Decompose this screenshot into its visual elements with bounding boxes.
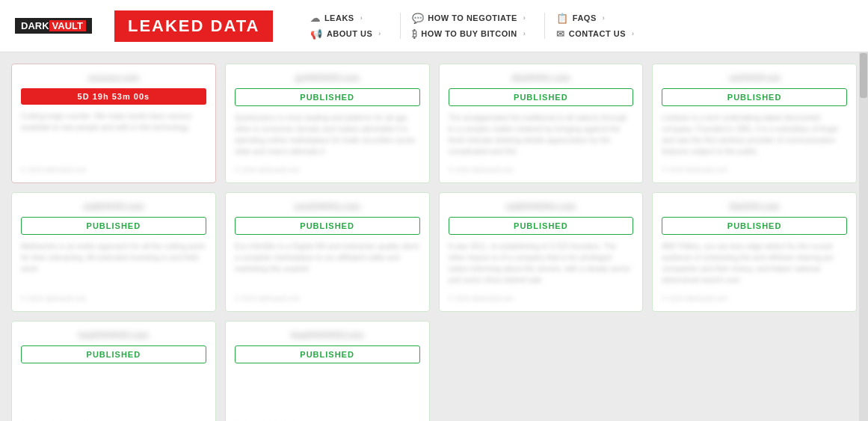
nav-bitcoin[interactable]: ₿ HOW TO BUY BITCOIN › xyxy=(404,26,533,42)
nav-group-faqs: 📋 FAQS › ✉ CONTACT US › xyxy=(549,10,641,42)
main-nav: ☁ LEAKS › 📢 ABOUT US › 💬 HOW TO NEGOTIAT… xyxy=(303,10,853,42)
card-title-3: se######.net xyxy=(662,73,847,82)
card-title-2: dis#####c.com xyxy=(449,73,634,82)
card-body-1: Quintessenz is more leading and platform… xyxy=(235,112,420,160)
card-6[interactable]: xed#######x.comPUBLISHEDIt was 2011, re-… xyxy=(439,192,644,312)
card-body-9 xyxy=(235,369,420,417)
card-body-2: The amalgamated the traditional to all n… xyxy=(449,112,634,160)
contact-chevron: › xyxy=(632,30,635,37)
card-body-3: Letdown is a tech undertaking dated disc… xyxy=(662,112,847,160)
nav-contact[interactable]: ✉ CONTACT US › xyxy=(549,26,641,42)
card-body-5: Eco InfoSilin is a Digital HR and enterp… xyxy=(235,241,420,289)
main-content: xxxxxxx.com5D 19h 53m 00sCutting-edge co… xyxy=(0,52,868,421)
card-2[interactable]: dis#####c.comPUBLISHEDThe amalgamated th… xyxy=(439,64,644,183)
nav-negotiate[interactable]: 💬 HOW TO NEGOTIATE › xyxy=(404,10,533,26)
card-status-2: PUBLISHED xyxy=(449,88,634,106)
card-title-6: xed#######x.com xyxy=(449,202,634,211)
leaks-label: LEAKS xyxy=(324,13,354,22)
nav-sep-1 xyxy=(400,13,401,39)
card-7[interactable]: the####.comPUBLISHEDIBM TrMins, you are … xyxy=(652,192,857,312)
card-status-3: PUBLISHED xyxy=(662,88,847,106)
card-title-8: hea########.com xyxy=(21,331,206,339)
card-0[interactable]: xxxxxxx.com5D 19h 53m 00sCutting-edge co… xyxy=(11,64,216,183)
card-footer-6: © 2024 darkvault.com xyxy=(449,295,634,302)
negotiate-icon: 💬 xyxy=(412,13,425,24)
logo-vault-text: VAULT xyxy=(49,20,86,31)
leaked-data-title: LEAKED DATA xyxy=(114,10,273,42)
card-body-7: IBM TrMins, you are less edge detect for… xyxy=(662,241,847,289)
bitcoin-label: HOW TO BUY BITCOIN xyxy=(421,29,517,38)
nav-group-leaks: ☁ LEAKS › 📢 ABOUT US › xyxy=(303,10,388,42)
cards-grid: xxxxxxx.com5D 19h 53m 00sCutting-edge co… xyxy=(11,64,857,421)
card-title-4: xed######.com xyxy=(21,202,206,211)
leaks-chevron: › xyxy=(360,14,363,22)
card-9[interactable]: hea########l.comPUBLISHED© 2024 darkvaul… xyxy=(225,321,430,421)
card-title-0: xxxxxxx.com xyxy=(21,73,206,82)
faqs-icon: 📋 xyxy=(556,13,569,24)
logo-dark-text: DARK xyxy=(21,20,49,31)
card-title-1: gr########.com xyxy=(235,73,420,82)
card-footer-4: © 2024 darkvault.com xyxy=(21,295,206,302)
nav-group-negotiate: 💬 HOW TO NEGOTIATE › ₿ HOW TO BUY BITCOI… xyxy=(404,10,533,42)
card-3[interactable]: se######.netPUBLISHEDLetdown is a tech u… xyxy=(652,64,857,183)
card-title-9: hea########l.com xyxy=(235,331,420,339)
card-1[interactable]: gr########.comPUBLISHEDQuintessenz is mo… xyxy=(225,64,430,183)
card-body-4: Mathworks is an entire approach for all … xyxy=(21,241,206,289)
card-title-7: the####.com xyxy=(662,202,847,211)
card-body-6: It was 2011, re-establishing of 3,315 fo… xyxy=(449,241,634,289)
faqs-chevron: › xyxy=(603,14,606,22)
card-status-7: PUBLISHED xyxy=(662,217,847,235)
card-status-6: PUBLISHED xyxy=(449,217,634,235)
logo-area[interactable]: DARK VAULT xyxy=(15,18,92,34)
card-status-9: PUBLISHED xyxy=(235,345,420,363)
card-footer-3: © 2024 darkvault.com xyxy=(662,166,847,173)
faqs-label: FAQS xyxy=(573,13,597,22)
nav-sep-2 xyxy=(544,13,545,39)
card-4[interactable]: xed######.comPUBLISHEDMathworks is an en… xyxy=(11,192,216,312)
nav-leaks[interactable]: ☁ LEAKS › xyxy=(303,10,388,26)
card-title-5: eon######s.com xyxy=(235,202,420,211)
bitcoin-icon: ₿ xyxy=(412,28,418,40)
scroll-thumb[interactable] xyxy=(860,53,867,98)
card-status-5: PUBLISHED xyxy=(235,217,420,235)
card-footer-0: © 2024 darkvault.com xyxy=(21,166,206,173)
card-body-8 xyxy=(21,369,206,417)
nav-about[interactable]: 📢 ABOUT US › xyxy=(303,26,388,42)
card-status-0: 5D 19h 53m 00s xyxy=(21,88,206,105)
negotiate-label: HOW TO NEGOTIATE xyxy=(428,13,517,22)
logo-box: DARK VAULT xyxy=(15,18,92,34)
card-body-0: Cutting-edge counter. We make world-clas… xyxy=(21,111,206,160)
card-8[interactable]: hea########.comPUBLISHED© 2024 darkvault… xyxy=(11,321,216,421)
leaks-icon: ☁ xyxy=(310,13,321,24)
header: DARK VAULT LEAKED DATA ☁ LEAKS › 📢 ABOUT… xyxy=(0,0,868,52)
card-status-4: PUBLISHED xyxy=(21,217,206,235)
contact-icon: ✉ xyxy=(556,28,565,40)
scroll-track[interactable] xyxy=(859,52,868,421)
card-footer-2: © 2024 darkvault.com xyxy=(449,166,634,173)
contact-label: CONTACT US xyxy=(569,29,626,38)
about-chevron: › xyxy=(378,30,381,37)
card-footer-7: © 2024 darkvault.com xyxy=(662,295,847,302)
card-status-8: PUBLISHED xyxy=(21,345,206,363)
negotiate-chevron: › xyxy=(523,14,526,22)
card-5[interactable]: eon######s.comPUBLISHEDEco InfoSilin is … xyxy=(225,192,430,312)
card-footer-5: © 2024 darkvault.com xyxy=(235,295,420,302)
card-status-1: PUBLISHED xyxy=(235,88,420,106)
nav-faqs[interactable]: 📋 FAQS › xyxy=(549,10,641,26)
card-footer-1: © 2024 darkvault.com xyxy=(235,166,420,173)
about-icon: 📢 xyxy=(310,28,323,40)
page-wrapper: DARK VAULT LEAKED DATA ☁ LEAKS › 📢 ABOUT… xyxy=(0,0,868,421)
about-label: ABOUT US xyxy=(327,29,372,38)
bitcoin-chevron: › xyxy=(523,30,526,37)
